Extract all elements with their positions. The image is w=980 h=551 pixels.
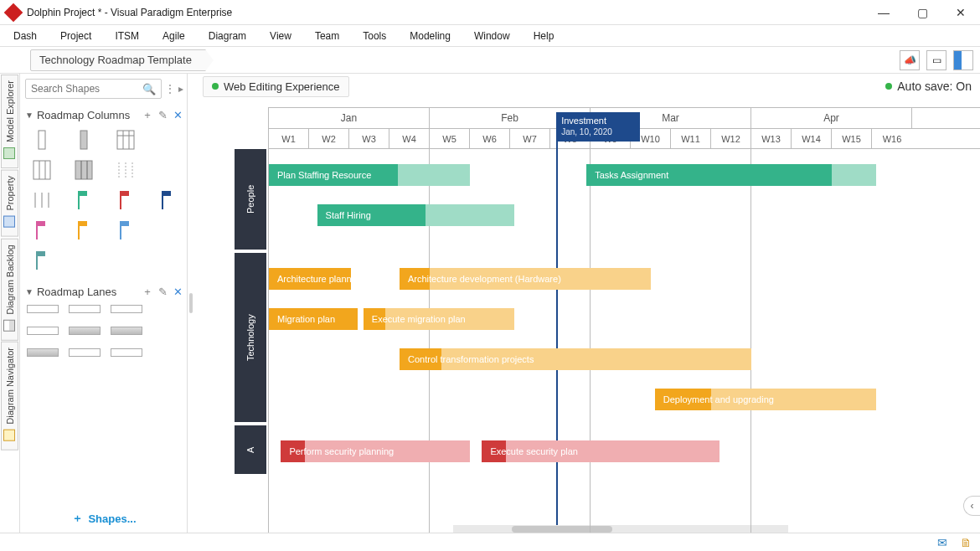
- minimize-button[interactable]: —: [864, 0, 903, 25]
- task-bar[interactable]: Control transformation projects: [400, 348, 751, 370]
- menu-dash[interactable]: Dash: [13, 30, 37, 42]
- close-button[interactable]: ✕: [941, 0, 980, 25]
- breadcrumb[interactable]: Technology Roadmap Template: [30, 49, 206, 71]
- search-box[interactable]: 🔍: [25, 79, 162, 99]
- column-shape-16[interactable]: [27, 249, 57, 272]
- menu-itsm[interactable]: ITSM: [115, 30, 139, 42]
- lane-shape-0[interactable]: [27, 305, 59, 313]
- column-shape-9[interactable]: [69, 188, 99, 212]
- task-label: Architecture planning: [277, 274, 351, 284]
- svg-rect-0: [39, 131, 45, 149]
- menu-tools[interactable]: Tools: [363, 30, 386, 42]
- column-shape-1[interactable]: [69, 128, 99, 152]
- lane-shape-4[interactable]: [27, 327, 59, 335]
- column-shape-4[interactable]: [27, 158, 57, 182]
- week-header: W16: [872, 129, 912, 148]
- column-shape-11[interactable]: [152, 188, 183, 212]
- plus-icon: ＋: [72, 511, 83, 526]
- column-shape-10[interactable]: [111, 188, 141, 212]
- lane-header-technology[interactable]: Technology: [235, 253, 266, 422]
- column-shape-13[interactable]: [69, 219, 99, 242]
- vtab-icon: [4, 147, 16, 159]
- task-label: Staff Hiring: [326, 210, 371, 220]
- task-bar[interactable]: Migration plan: [269, 308, 358, 330]
- task-bar[interactable]: Tasks Assignment: [586, 164, 876, 186]
- column-shape-14[interactable]: [111, 219, 141, 242]
- horizontal-scrollbar[interactable]: [453, 525, 788, 533]
- vertical-tabs: Model ExplorerPropertyDiagram BacklogDia…: [0, 74, 20, 533]
- columns-panel-header[interactable]: ▼ Roadmap Columns + ✎ ✕: [25, 104, 183, 125]
- menu-agile[interactable]: Agile: [162, 30, 185, 42]
- task-label: Tasks Assignment: [595, 170, 668, 180]
- search-options-icon[interactable]: ⋮: [165, 83, 175, 95]
- column-shape-6[interactable]: [111, 158, 141, 182]
- search-input[interactable]: [31, 83, 140, 95]
- menu-project[interactable]: Project: [60, 30, 91, 42]
- scrollbar-thumb[interactable]: [512, 526, 612, 533]
- vtab-diagram-navigator[interactable]: Diagram Navigator: [1, 342, 18, 451]
- add-icon[interactable]: +: [142, 110, 153, 121]
- lane-shape-5[interactable]: [69, 327, 101, 335]
- task-bar[interactable]: Architecture development (Hardware): [400, 268, 651, 290]
- task-bar[interactable]: Plan Staffing Resource: [269, 164, 470, 186]
- task-bar[interactable]: Execute security plan: [482, 440, 719, 462]
- edit-icon[interactable]: ✎: [157, 110, 168, 121]
- lane-shape-1[interactable]: [69, 305, 101, 313]
- vtab-model-explorer[interactable]: Model Explorer: [1, 75, 18, 168]
- week-header: W6: [470, 129, 510, 148]
- lane-shape-2[interactable]: [111, 305, 142, 313]
- doc-icon[interactable]: 🗎: [958, 536, 973, 549]
- menu-view[interactable]: View: [270, 30, 291, 42]
- maximize-button[interactable]: ▢: [903, 0, 941, 25]
- vtab-diagram-backlog[interactable]: Diagram Backlog: [1, 239, 18, 341]
- svg-rect-19: [79, 191, 87, 196]
- caret-down-icon: ▼: [25, 287, 34, 296]
- edit-icon[interactable]: ✎: [157, 286, 168, 298]
- lanes-panel-header[interactable]: ▼ Roadmap Lanes + ✎ ✕: [25, 281, 183, 301]
- menu-modeling[interactable]: Modeling: [410, 30, 451, 42]
- column-shape-12[interactable]: [27, 219, 57, 242]
- week-header: W5: [430, 129, 470, 148]
- menu-team[interactable]: Team: [315, 30, 339, 42]
- search-expand-icon[interactable]: ▸: [178, 83, 183, 95]
- panel-toggle-icon[interactable]: [953, 50, 973, 70]
- task-bar[interactable]: Architecture planning: [269, 268, 351, 290]
- roadmap-canvas[interactable]: PeopleTechnologyA JanFebMarApr W1W2W3W4W…: [194, 99, 980, 533]
- task-label: Architecture development (Hardware): [408, 274, 561, 284]
- mail-icon[interactable]: ✉: [935, 536, 950, 549]
- task-bar[interactable]: Execute migration plan: [364, 308, 514, 330]
- vtab-icon: [4, 430, 16, 441]
- lane-shape-9[interactable]: [69, 348, 101, 357]
- add-icon[interactable]: +: [142, 286, 153, 298]
- align-icon[interactable]: ▭: [926, 50, 946, 70]
- menu-diagram[interactable]: Diagram: [209, 30, 246, 42]
- vtab-label: Diagram Backlog: [5, 245, 15, 315]
- column-shape-2[interactable]: [111, 128, 141, 152]
- menu-help[interactable]: Help: [534, 30, 554, 42]
- lane-shape-10[interactable]: [111, 348, 142, 357]
- column-shape-0[interactable]: [27, 128, 57, 152]
- task-bar[interactable]: Perform security planning: [281, 440, 470, 462]
- close-panel-icon[interactable]: ✕: [172, 286, 183, 298]
- vtab-property[interactable]: Property: [1, 170, 18, 237]
- collapse-right-panel-button[interactable]: ‹: [963, 496, 980, 516]
- announce-icon[interactable]: 📣: [900, 50, 920, 70]
- column-shape-5[interactable]: [69, 158, 99, 182]
- menu-window[interactable]: Window: [474, 30, 510, 42]
- panel-resize-handle[interactable]: [188, 74, 194, 533]
- task-bar[interactable]: Deployment and upgrading: [655, 389, 876, 410]
- lane-shape-8[interactable]: [27, 348, 59, 357]
- search-icon[interactable]: 🔍: [142, 83, 156, 95]
- column-shape-7: [152, 158, 183, 182]
- close-panel-icon[interactable]: ✕: [172, 110, 183, 121]
- more-shapes-link[interactable]: ＋ Shapes...: [25, 504, 183, 533]
- lane-header-people[interactable]: People: [235, 149, 266, 250]
- lane-shape-6[interactable]: [111, 327, 142, 335]
- task-bar[interactable]: Staff Hiring: [317, 204, 514, 226]
- milestone-marker[interactable]: Investment Jan, 10, 2020: [556, 112, 558, 533]
- column-shape-8[interactable]: [27, 188, 57, 212]
- document-tab[interactable]: Web Editing Experience: [203, 76, 349, 97]
- status-dot-icon: [885, 83, 892, 90]
- lane-header-a[interactable]: A: [235, 425, 266, 474]
- svg-rect-1: [80, 131, 87, 149]
